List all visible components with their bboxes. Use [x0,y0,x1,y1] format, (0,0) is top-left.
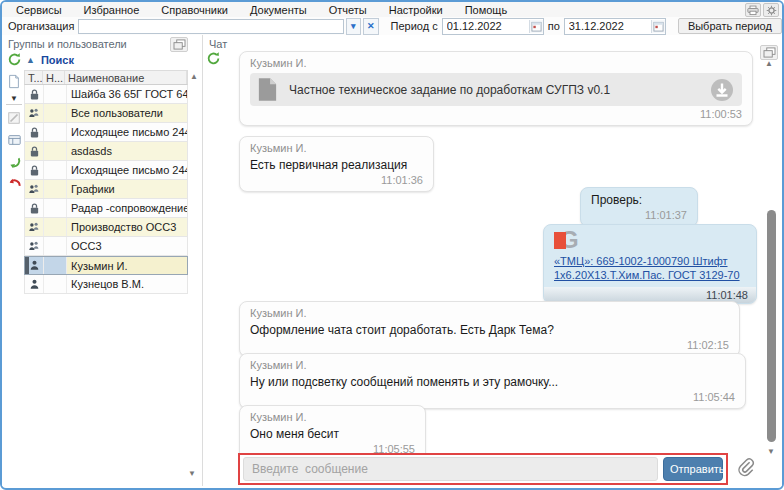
chat-message-outgoing: Проверь: 11:01:37 [580,187,698,227]
column-type: Т... [25,71,43,84]
group-icon [27,221,41,234]
message-sender: Кузьмин И. [250,307,729,319]
period-to-field [564,18,666,35]
person-icon [28,259,41,272]
table-row[interactable]: Графики [24,180,188,199]
message-time: 11:01:37 [591,209,687,221]
column-name: Наименование [65,71,187,84]
period-to-label: по [548,20,560,32]
table-row[interactable]: Радар -сопровождение [24,199,188,218]
lock-icon [28,88,41,101]
clear-icon[interactable]: ✕ [363,18,378,35]
chat-panel: Чат ▲ Кузьмин И. Частное техническое зад… [203,35,782,486]
lock-icon [28,164,41,177]
period-to-input[interactable] [565,20,651,33]
selection-marker [25,257,29,274]
menu-services[interactable]: Сервисы [16,4,62,16]
users-table: Т... Н... Наименование Шайба 36 65Г ГОСТ… [24,70,188,294]
search-collapse[interactable]: ▲ Поиск [26,54,74,66]
refresh-icon[interactable] [5,51,23,67]
message-time: 11:01:36 [250,174,423,186]
chevron-up-icon: ▲ [26,55,35,65]
document-attachment-icon [258,77,277,102]
lock-icon [28,202,41,215]
message-input-row: Отправить [238,453,728,485]
undo-arrow-icon[interactable] [5,154,23,170]
calendar-icon[interactable] [651,20,665,33]
table-row[interactable]: asdasds [24,142,188,161]
message-text: Ну или подсветку сообщений поменять и эт… [250,375,735,389]
menu-documents[interactable]: Документы [250,4,307,16]
table-row-selected[interactable]: Кузьмин И. [24,256,188,275]
message-time: 11:01:48 [706,289,748,301]
refresh-icon[interactable] [206,51,221,68]
chat-message: Кузьмин И. Ну или подсветку сообщений по… [239,353,746,409]
menu-help[interactable]: Помощь [465,4,508,16]
gear-icon[interactable] [763,3,779,17]
message-sender: Кузьмин И. [250,57,742,69]
send-button[interactable]: Отправить [663,457,723,481]
organization-input[interactable] [78,19,343,34]
groups-users-title: Группы и пользователи [8,38,127,50]
person-icon [28,278,41,291]
paperclip-icon[interactable] [735,457,755,479]
calendar-icon[interactable] [529,20,543,33]
period-toolbar: Организация ▾ ✕ Период с по Выбрать пери… [2,17,782,36]
edit-icon[interactable] [5,110,23,126]
period-from-input[interactable] [443,20,529,33]
period-from-field [442,18,544,35]
menu-directories[interactable]: Справочники [161,4,228,16]
message-time: 11:05:44 [250,391,735,403]
group-icon [27,240,41,253]
group-icon [27,183,41,196]
message-sender: Кузьмин И. [250,142,423,154]
new-document-icon[interactable] [5,73,23,89]
groups-users-panel: Группы и пользователи ▼ ▲ Поиск Т... Н..… [2,35,203,486]
group-icon [27,107,41,120]
message-sender: Кузьмин И. [250,359,735,371]
table-row[interactable]: Исходящее письмо 244 [24,161,188,180]
galaktika-logo: G [554,230,582,252]
chat-title: Чат [209,38,227,50]
chat-message-outgoing: G «ТМЦ»: 669-1002-1000790 Штифт 1х6.20Х1… [543,224,757,304]
chevron-down-icon[interactable]: ▼ [10,95,18,103]
table-header: Т... Н... Наименование [24,70,188,85]
scrollbar-thumb[interactable] [767,210,776,442]
select-period-button[interactable]: Выбрать период [678,18,782,34]
message-time: 11:02:15 [250,339,729,351]
table-row[interactable]: ОСС3 [24,237,188,256]
lock-icon [28,145,41,158]
table-row[interactable]: Шайба 36 65Г ГОСТ 6402-70 [24,85,188,104]
table-row[interactable]: Исходящее письмо 244 [24,123,188,142]
organization-label: Организация [8,20,74,32]
scroll-down-icon[interactable]: ▼ [767,447,775,456]
chat-message: Кузьмин И. Частное техническое задание п… [239,51,753,126]
menu-reports[interactable]: Отчеты [329,4,367,16]
download-icon[interactable] [710,78,734,102]
menu-bar: Сервисы Избранное Справочники Документы … [2,2,782,18]
printer-icon[interactable] [745,3,761,17]
redo-arrow-icon[interactable] [5,176,23,192]
tmc-link[interactable]: «ТМЦ»: 669-1002-1000790 Штифт 1х6.20Х13.… [554,254,746,282]
table-row[interactable]: Все пользователи [24,104,188,123]
cascade-icon[interactable] [170,37,188,52]
table-row[interactable]: Производство ОСС3 [24,218,188,237]
scroll-up-icon[interactable]: ▲ [765,59,773,68]
scroll-up-icon[interactable]: ▲ [190,72,198,81]
menu-favorites[interactable]: Избранное [84,4,140,16]
attachment-name: Частное техническое задание по доработка… [289,83,698,97]
message-text: Есть первичная реализация [250,158,423,172]
menu-settings[interactable]: Настройки [389,4,443,16]
attachment-row[interactable]: Частное техническое задание по доработка… [250,73,742,106]
lock-icon [28,126,41,139]
table-row[interactable]: Кузнецов В.М. [24,275,188,294]
chevron-down-icon[interactable]: ▾ [346,18,361,35]
card-view-icon[interactable] [5,132,23,148]
divider [6,104,22,105]
search-label: Поиск [41,54,74,66]
scroll-down-icon[interactable]: ▼ [188,469,196,478]
app-window: Сервисы Избранное Справочники Документы … [0,0,784,490]
message-text: Проверь: [591,193,687,207]
cascade-icon[interactable] [760,45,778,60]
message-input[interactable] [243,457,658,481]
